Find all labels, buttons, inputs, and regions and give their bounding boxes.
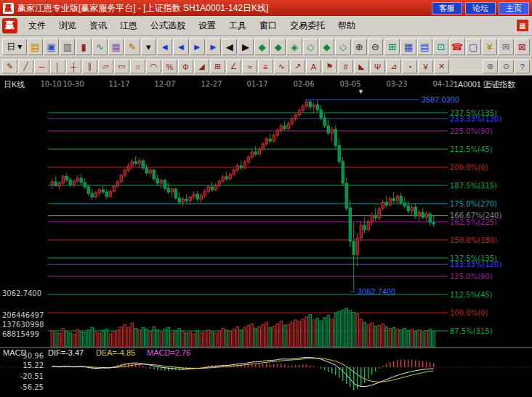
prev-page-button[interactable]: ◄ [173, 39, 188, 55]
x-axis-date: 04-12 [432, 80, 454, 88]
diamond-tool-4-icon[interactable]: ◇ [303, 39, 318, 55]
text-tool-icon[interactable]: A [306, 60, 321, 73]
shrink-bars-icon[interactable]: ◀ [222, 39, 237, 55]
menu-item-settings[interactable]: 设置 [192, 17, 222, 35]
gann-line-label: 233.33%(120) [450, 115, 501, 123]
lock-icon[interactable]: ⊠ [515, 39, 530, 55]
diamond-tool-3-icon[interactable]: ◈ [286, 39, 302, 55]
percent-line-tool-icon[interactable]: % [162, 60, 177, 73]
kline-chart-canvas[interactable]: 237.5%(135)233.33%(120)225.0%(90)212.5%(… [0, 76, 532, 397]
help-tool-icon[interactable]: ? [515, 60, 530, 73]
gann-line-label: 100.0%(0) [450, 309, 488, 317]
horizontal-line-tool-icon[interactable]: ─ [34, 60, 49, 73]
next-page-button[interactable]: ► [190, 39, 205, 55]
gann-line-label: 150.0%(180) [450, 236, 497, 244]
trend-chart-icon[interactable]: ∿ [92, 39, 108, 55]
gann-line-label: 162.5%(225) [450, 218, 497, 226]
multi-window-icon[interactable]: ⊞ [384, 39, 400, 55]
flag-mark-tool-icon[interactable]: ⚑ [322, 60, 337, 73]
macd-axis-label: -56.25 [20, 383, 44, 391]
cycle-line-tool-icon[interactable]: ≈ [242, 60, 257, 73]
arrow-mark-tool-icon[interactable]: ↗ [290, 60, 305, 73]
cross-line-tool-icon[interactable]: ┼ [66, 60, 81, 73]
arc-tool-icon[interactable]: ◠ [146, 60, 161, 73]
menu-item-browse[interactable]: 浏览 [52, 17, 83, 35]
indicator-window-icon[interactable]: ▦ [108, 39, 124, 55]
gann-grid-tool-icon[interactable]: ⊞ [210, 60, 225, 73]
pitchfork-tool-icon[interactable]: Ψ [370, 60, 385, 73]
measure-tool-icon[interactable]: # [338, 60, 353, 73]
calculator-icon[interactable]: ⊡ [433, 39, 448, 55]
zoom-in-icon[interactable]: ⊕ [352, 39, 367, 55]
titlebar-button-1[interactable]: 客服 [432, 2, 462, 15]
left-axis-label: 3062.7400 [2, 289, 41, 297]
titlebar-button-3[interactable]: 主页 [499, 2, 529, 15]
diamond-tool-2-icon[interactable]: ◆ [270, 39, 286, 55]
last-page-button[interactable]: ► [206, 39, 221, 55]
wave-tool-icon[interactable]: ∿ [274, 60, 289, 73]
hotline-phone-icon[interactable]: ☎ [449, 39, 464, 55]
gann-line-label: 87.5%(315) [450, 327, 493, 335]
diamond-tool-5-icon[interactable]: ◆ [319, 39, 334, 55]
titlebar-button-2[interactable]: 论坛 [465, 2, 496, 15]
menu-items: 文件浏览资讯江恩公式选股设置工具窗口交易委托帮助 [22, 17, 362, 35]
grow-bars-icon[interactable]: ▶ [238, 39, 253, 55]
tv-broadcast-icon[interactable]: ▢ [466, 39, 481, 55]
menu-item-window[interactable]: 窗口 [253, 17, 283, 35]
message-icon[interactable]: ✉ [498, 39, 513, 55]
settings-tool-icon[interactable]: ⊛ [483, 60, 498, 73]
x-axis-date: 02-06 [293, 80, 314, 88]
x-axis-date: 12-27 [201, 80, 222, 88]
angle-line-tool-icon[interactable]: ∠ [226, 60, 241, 73]
menu-item-news[interactable]: 资讯 [83, 17, 113, 35]
rectangle-tool-icon[interactable]: ▭ [114, 60, 129, 73]
menu-right-icon[interactable]: ▦ [517, 20, 528, 31]
menu-item-formula-picker[interactable]: 公式选股 [144, 17, 192, 35]
x-axis-date: 10-30 [63, 80, 84, 88]
x-axis-date: 03-23 [386, 80, 407, 88]
gann-line-label: 133.33%(120) [450, 260, 501, 268]
kline-chart-icon[interactable]: ▮ [76, 39, 91, 55]
x-axis-date: 01-17 [246, 80, 267, 88]
info-panel-icon[interactable]: ▤ [417, 39, 432, 55]
first-page-button[interactable]: ◄ [157, 39, 172, 55]
save-icon[interactable]: ▣ [44, 39, 59, 55]
parallel-line-tool-icon[interactable]: ∥ [82, 60, 97, 73]
menu-item-file[interactable]: 文件 [22, 17, 52, 35]
print-icon[interactable]: ▥ [60, 39, 75, 55]
regression-tool-icon[interactable]: ⊿ [386, 60, 401, 73]
menu-item-trade[interactable]: 交易委托 [283, 17, 331, 35]
menu-item-help[interactable]: 帮助 [331, 17, 362, 35]
delete-drawing-tool-icon[interactable]: ✕ [434, 60, 449, 73]
fund-flow-icon[interactable]: ¥ [482, 39, 497, 55]
fibonacci-tool-icon[interactable]: ≡ [258, 60, 273, 73]
speed-line-tool-icon[interactable]: ◣ [354, 60, 369, 73]
diamond-tool-1-icon[interactable]: ◆ [254, 39, 270, 55]
golden-ratio-tool-icon[interactable]: Φ [178, 60, 193, 73]
vertical-line-tool-icon[interactable]: │ [50, 60, 65, 73]
menu-item-tools[interactable]: 工具 [222, 17, 253, 35]
line-segment-tool-icon[interactable]: ╱ [18, 60, 33, 73]
folder-open-icon[interactable]: ▤ [28, 39, 43, 55]
titlebar-buttons: 客服论坛主页 [432, 2, 529, 15]
pencil-tool-icon[interactable]: ✎ [2, 60, 17, 73]
kline-chart[interactable]: 237.5%(135)233.33%(120)225.0%(90)212.5%(… [0, 76, 532, 397]
quote-table-icon[interactable]: ▦ [400, 39, 416, 55]
macd-axis-label: 15.22 [23, 361, 44, 369]
title-bar: 赢 赢家江恩专业版[赢家服务平台] - [上证指数 SH1A0001-142日K… [0, 0, 532, 16]
overlay-dropdown[interactable]: ▾ [141, 39, 156, 55]
brand-logo-icon: 赢 [2, 18, 17, 33]
macd-axis-label: -20.51 [20, 372, 44, 380]
edit-mode-icon[interactable]: ✎ [124, 39, 140, 55]
pin-tool-icon[interactable]: ⊙ [499, 60, 514, 73]
time-ruler-tool-icon[interactable]: ◔ [402, 60, 417, 73]
period-day-selector[interactable]: 日▾ [2, 39, 27, 55]
gann-fan-tool-icon[interactable]: ◢ [194, 60, 209, 73]
toolbar-main: 日▾▤▣▥▮∿▦✎▾◄◄►►◀▶◆◆◈◇◆◇⊕⊖⊞▦▤⊡☎▢¥✉⊠ [0, 36, 532, 58]
diamond-tool-6-icon[interactable]: ◇ [335, 39, 350, 55]
channel-tool-icon[interactable]: ▱ [98, 60, 113, 73]
price-ruler-tool-icon[interactable]: ¥ [418, 60, 433, 73]
circle-tool-icon[interactable]: ○ [130, 60, 145, 73]
menu-item-gann[interactable]: 江恩 [113, 17, 144, 35]
zoom-out-icon[interactable]: ⊖ [368, 39, 383, 55]
